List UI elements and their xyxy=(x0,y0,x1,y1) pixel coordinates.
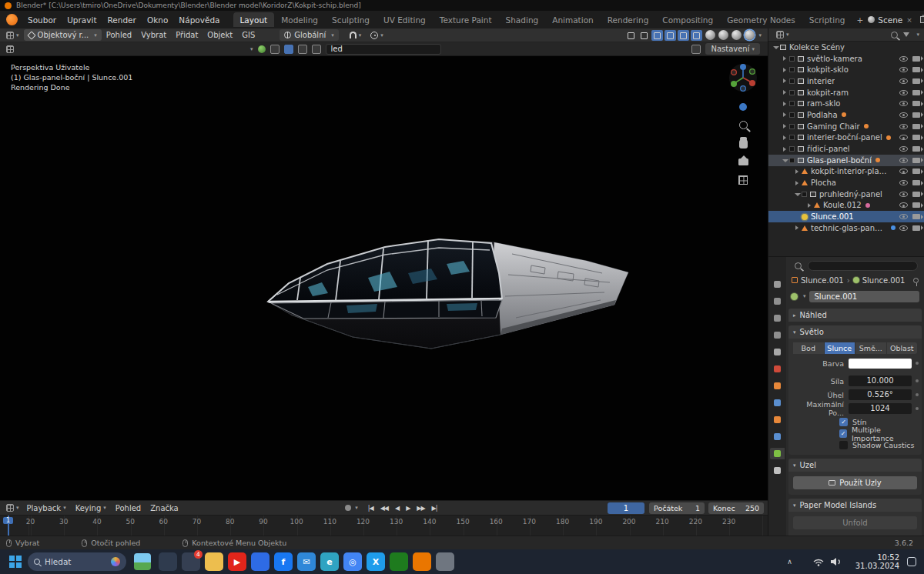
properties-tab[interactable] xyxy=(770,279,785,290)
outliner-row[interactable]: Podlaha xyxy=(768,109,924,121)
xray-toggle[interactable] xyxy=(651,30,663,41)
outliner-row[interactable]: Koule.012 xyxy=(768,200,924,212)
section-paper-model[interactable]: ▾ Paper Model Islands xyxy=(788,499,922,512)
current-frame-field[interactable]: 1 xyxy=(608,502,644,514)
camera-icon[interactable] xyxy=(912,158,920,163)
animate-dot[interactable] xyxy=(916,379,919,382)
taskbar-app-icon[interactable] xyxy=(436,552,454,571)
frame-start-field[interactable]: Počátek 1 xyxy=(649,502,705,514)
collection-checkbox[interactable] xyxy=(789,101,795,106)
shading-material-button[interactable] xyxy=(732,30,742,40)
shading-rendered-button[interactable] xyxy=(745,30,755,40)
spaceship-model[interactable] xyxy=(254,227,639,362)
collection-checkbox[interactable] xyxy=(789,67,795,72)
viewport-menu-item[interactable]: Přidat xyxy=(171,29,203,41)
snapping-toggle[interactable] xyxy=(691,30,702,41)
properties-tab[interactable] xyxy=(770,312,785,324)
eye-icon[interactable] xyxy=(899,180,908,185)
camera-icon[interactable] xyxy=(912,225,920,231)
number-field[interactable]: 10.000 xyxy=(849,375,912,386)
outliner-row[interactable]: Gaming Chair xyxy=(768,121,924,132)
expand-arrow-icon[interactable] xyxy=(781,100,789,108)
marker-menu[interactable]: Značka xyxy=(146,502,183,514)
taskbar-app-icon[interactable]: e xyxy=(320,552,339,571)
eye-icon[interactable] xyxy=(899,158,908,163)
weather-widget-icon[interactable] xyxy=(134,553,151,570)
editor-type-button[interactable]: ▾ xyxy=(3,32,22,39)
outliner-row[interactable]: interier-boční-panel xyxy=(768,132,924,144)
shading-solid-button[interactable] xyxy=(718,30,728,40)
outliner-row[interactable]: světlo-kamera xyxy=(768,53,924,65)
outliner-row[interactable]: Glas-panel-boční xyxy=(768,155,924,166)
camera-icon[interactable] xyxy=(912,192,920,197)
properties-tab[interactable] xyxy=(770,329,785,341)
properties-tab[interactable] xyxy=(770,295,785,307)
workspace-tab[interactable]: Layout xyxy=(233,12,275,27)
next-keyframe-button[interactable]: ▶▶ xyxy=(414,503,427,513)
outliner-row[interactable]: technic-glas-panel-led xyxy=(768,222,924,234)
expand-arrow-icon[interactable] xyxy=(781,111,789,118)
outliner-search-icon[interactable] xyxy=(892,32,899,38)
eye-icon[interactable] xyxy=(899,112,908,118)
properties-tab[interactable] xyxy=(770,397,785,409)
eye-icon[interactable] xyxy=(899,214,908,219)
window-titlebar[interactable]: Blender* [C:\Users\tmiro\OneDrive\Dokume… xyxy=(0,0,924,11)
play-reverse-button[interactable]: ◀ xyxy=(393,503,401,513)
collection-checkbox[interactable] xyxy=(789,158,795,163)
section-node[interactable]: ▾ Uzel xyxy=(788,459,922,472)
expand-arrow-icon[interactable] xyxy=(781,156,789,164)
outliner-row[interactable]: kokpit-ram xyxy=(768,87,924,98)
data-name-field[interactable]: Slunce.001 xyxy=(809,291,919,302)
expand-arrow-icon[interactable] xyxy=(781,88,789,96)
outliner-row[interactable]: řídicí-panel xyxy=(768,143,924,155)
camera-icon[interactable] xyxy=(912,180,920,185)
checkbox[interactable]: ✓ xyxy=(839,441,848,449)
eye-icon[interactable] xyxy=(899,135,908,140)
shading-wireframe-button[interactable] xyxy=(705,30,715,40)
color-swatch[interactable] xyxy=(849,359,912,369)
taskbar-app-icon[interactable] xyxy=(251,552,270,571)
breadcrumb-object[interactable]: Slunce.001 xyxy=(801,276,844,285)
viewport-3d[interactable]: Perspektiva Uživatele (1) Glas-panel-boč… xyxy=(0,56,768,500)
properties-tab[interactable] xyxy=(770,431,785,442)
mode-selector[interactable]: Objektový r... ▾ xyxy=(24,29,102,41)
jump-to-start-button[interactable]: |◀ xyxy=(366,503,376,513)
eye-icon[interactable] xyxy=(899,146,908,152)
checkbox[interactable]: ✓ xyxy=(839,418,848,426)
camera-icon[interactable] xyxy=(912,135,920,140)
chevron-down-icon[interactable]: ▾ xyxy=(359,32,362,38)
menu-item[interactable]: Soubor xyxy=(22,13,62,27)
properties-tab[interactable] xyxy=(770,346,785,358)
frame-end-field[interactable]: Konec 250 xyxy=(708,502,764,514)
workspace-tab[interactable]: Compositing xyxy=(655,12,720,27)
timeline-editor-button[interactable]: ▾ xyxy=(3,504,22,512)
workspace-tab[interactable]: UV Editing xyxy=(377,12,433,27)
gis-search-input[interactable] xyxy=(326,44,441,55)
expand-arrow-icon[interactable] xyxy=(793,190,802,198)
outliner-row[interactable]: Plocha xyxy=(768,177,924,189)
expand-arrow-icon[interactable] xyxy=(793,179,802,187)
tool-icon-3[interactable] xyxy=(298,45,307,54)
eye-icon[interactable] xyxy=(899,169,908,174)
blender-menu-icon[interactable] xyxy=(6,14,18,25)
chevron-down-icon[interactable]: ▾ xyxy=(758,32,762,38)
chevron-down-icon[interactable]: ▾ xyxy=(250,46,253,52)
workspace-tab[interactable]: Texture Paint xyxy=(433,12,499,27)
number-field[interactable]: 0.526° xyxy=(849,389,912,400)
outliner-row[interactable]: pruhledný-panel xyxy=(768,189,924,200)
expand-arrow-icon[interactable] xyxy=(793,168,802,175)
viewlayer-selector[interactable]: ViewLayer × xyxy=(920,15,924,25)
collection-checkbox[interactable] xyxy=(789,124,795,129)
tool-icon-5[interactable] xyxy=(691,45,701,54)
viewport-menu-item[interactable]: Vybrat xyxy=(136,29,171,41)
auto-keyframe-toggle[interactable] xyxy=(345,505,351,511)
eye-icon[interactable] xyxy=(899,90,908,95)
properties-tab[interactable] xyxy=(770,414,785,425)
menu-item[interactable]: Nápověda xyxy=(173,13,225,27)
keying-menu[interactable]: Keying▾ xyxy=(71,502,111,514)
eye-icon[interactable] xyxy=(899,56,908,62)
taskbar-app-icon[interactable]: f xyxy=(274,552,293,571)
collection-checkbox[interactable] xyxy=(789,112,795,118)
workspace-tab[interactable]: Modeling xyxy=(274,12,325,27)
add-workspace-button[interactable]: + xyxy=(852,12,868,28)
